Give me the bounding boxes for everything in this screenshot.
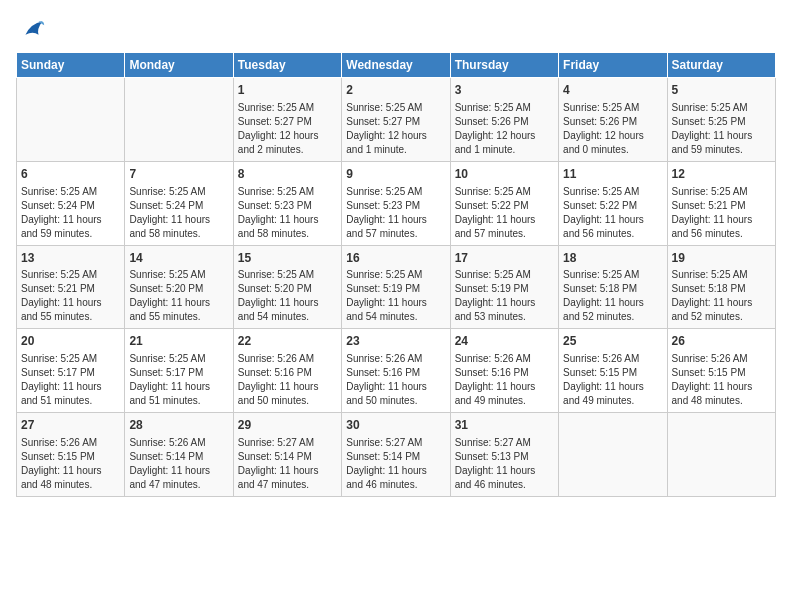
calendar-cell (17, 78, 125, 162)
calendar-cell: 28Sunrise: 5:26 AMSunset: 5:14 PMDayligh… (125, 413, 233, 497)
cell-info: Sunrise: 5:25 AMSunset: 5:20 PMDaylight:… (238, 268, 337, 324)
day-number: 22 (238, 333, 337, 350)
calendar-cell: 17Sunrise: 5:25 AMSunset: 5:19 PMDayligh… (450, 245, 558, 329)
cell-info: Sunrise: 5:25 AMSunset: 5:17 PMDaylight:… (129, 352, 228, 408)
header-row: SundayMondayTuesdayWednesdayThursdayFrid… (17, 53, 776, 78)
cell-info: Sunrise: 5:25 AMSunset: 5:23 PMDaylight:… (238, 185, 337, 241)
day-number: 7 (129, 166, 228, 183)
calendar-cell (559, 413, 667, 497)
day-number: 14 (129, 250, 228, 267)
calendar-cell: 27Sunrise: 5:26 AMSunset: 5:15 PMDayligh… (17, 413, 125, 497)
calendar-cell: 18Sunrise: 5:25 AMSunset: 5:18 PMDayligh… (559, 245, 667, 329)
day-number: 23 (346, 333, 445, 350)
cell-info: Sunrise: 5:25 AMSunset: 5:22 PMDaylight:… (455, 185, 554, 241)
calendar-cell: 2Sunrise: 5:25 AMSunset: 5:27 PMDaylight… (342, 78, 450, 162)
cell-info: Sunrise: 5:26 AMSunset: 5:14 PMDaylight:… (129, 436, 228, 492)
calendar-cell: 3Sunrise: 5:25 AMSunset: 5:26 PMDaylight… (450, 78, 558, 162)
day-number: 4 (563, 82, 662, 99)
day-number: 15 (238, 250, 337, 267)
cell-info: Sunrise: 5:25 AMSunset: 5:19 PMDaylight:… (455, 268, 554, 324)
day-number: 11 (563, 166, 662, 183)
calendar-cell: 16Sunrise: 5:25 AMSunset: 5:19 PMDayligh… (342, 245, 450, 329)
day-number: 29 (238, 417, 337, 434)
cell-info: Sunrise: 5:26 AMSunset: 5:16 PMDaylight:… (455, 352, 554, 408)
header-cell-friday: Friday (559, 53, 667, 78)
day-number: 28 (129, 417, 228, 434)
day-number: 2 (346, 82, 445, 99)
calendar-cell: 10Sunrise: 5:25 AMSunset: 5:22 PMDayligh… (450, 161, 558, 245)
cell-info: Sunrise: 5:25 AMSunset: 5:24 PMDaylight:… (129, 185, 228, 241)
calendar-table: SundayMondayTuesdayWednesdayThursdayFrid… (16, 52, 776, 497)
cell-info: Sunrise: 5:25 AMSunset: 5:18 PMDaylight:… (672, 268, 771, 324)
calendar-cell: 24Sunrise: 5:26 AMSunset: 5:16 PMDayligh… (450, 329, 558, 413)
day-number: 30 (346, 417, 445, 434)
day-number: 24 (455, 333, 554, 350)
day-number: 16 (346, 250, 445, 267)
day-number: 6 (21, 166, 120, 183)
cell-info: Sunrise: 5:25 AMSunset: 5:25 PMDaylight:… (672, 101, 771, 157)
calendar-cell: 5Sunrise: 5:25 AMSunset: 5:25 PMDaylight… (667, 78, 775, 162)
week-row-3: 13Sunrise: 5:25 AMSunset: 5:21 PMDayligh… (17, 245, 776, 329)
header-cell-monday: Monday (125, 53, 233, 78)
cell-info: Sunrise: 5:25 AMSunset: 5:26 PMDaylight:… (455, 101, 554, 157)
day-number: 21 (129, 333, 228, 350)
calendar-cell: 23Sunrise: 5:26 AMSunset: 5:16 PMDayligh… (342, 329, 450, 413)
calendar-cell: 20Sunrise: 5:25 AMSunset: 5:17 PMDayligh… (17, 329, 125, 413)
calendar-cell: 26Sunrise: 5:26 AMSunset: 5:15 PMDayligh… (667, 329, 775, 413)
day-number: 27 (21, 417, 120, 434)
calendar-cell: 1Sunrise: 5:25 AMSunset: 5:27 PMDaylight… (233, 78, 341, 162)
day-number: 19 (672, 250, 771, 267)
calendar-cell: 15Sunrise: 5:25 AMSunset: 5:20 PMDayligh… (233, 245, 341, 329)
week-row-4: 20Sunrise: 5:25 AMSunset: 5:17 PMDayligh… (17, 329, 776, 413)
cell-info: Sunrise: 5:25 AMSunset: 5:17 PMDaylight:… (21, 352, 120, 408)
cell-info: Sunrise: 5:26 AMSunset: 5:15 PMDaylight:… (563, 352, 662, 408)
header-cell-tuesday: Tuesday (233, 53, 341, 78)
calendar-cell: 9Sunrise: 5:25 AMSunset: 5:23 PMDaylight… (342, 161, 450, 245)
day-number: 12 (672, 166, 771, 183)
cell-info: Sunrise: 5:25 AMSunset: 5:19 PMDaylight:… (346, 268, 445, 324)
cell-info: Sunrise: 5:25 AMSunset: 5:24 PMDaylight:… (21, 185, 120, 241)
logo (16, 16, 46, 44)
day-number: 26 (672, 333, 771, 350)
cell-info: Sunrise: 5:26 AMSunset: 5:16 PMDaylight:… (238, 352, 337, 408)
calendar-cell: 4Sunrise: 5:25 AMSunset: 5:26 PMDaylight… (559, 78, 667, 162)
day-number: 3 (455, 82, 554, 99)
header-cell-thursday: Thursday (450, 53, 558, 78)
cell-info: Sunrise: 5:25 AMSunset: 5:22 PMDaylight:… (563, 185, 662, 241)
cell-info: Sunrise: 5:26 AMSunset: 5:15 PMDaylight:… (672, 352, 771, 408)
cell-info: Sunrise: 5:25 AMSunset: 5:27 PMDaylight:… (238, 101, 337, 157)
header-cell-saturday: Saturday (667, 53, 775, 78)
day-number: 31 (455, 417, 554, 434)
calendar-cell: 25Sunrise: 5:26 AMSunset: 5:15 PMDayligh… (559, 329, 667, 413)
calendar-cell: 30Sunrise: 5:27 AMSunset: 5:14 PMDayligh… (342, 413, 450, 497)
cell-info: Sunrise: 5:25 AMSunset: 5:27 PMDaylight:… (346, 101, 445, 157)
calendar-cell: 11Sunrise: 5:25 AMSunset: 5:22 PMDayligh… (559, 161, 667, 245)
day-number: 1 (238, 82, 337, 99)
calendar-cell: 8Sunrise: 5:25 AMSunset: 5:23 PMDaylight… (233, 161, 341, 245)
day-number: 25 (563, 333, 662, 350)
day-number: 5 (672, 82, 771, 99)
cell-info: Sunrise: 5:25 AMSunset: 5:23 PMDaylight:… (346, 185, 445, 241)
calendar-cell: 13Sunrise: 5:25 AMSunset: 5:21 PMDayligh… (17, 245, 125, 329)
cell-info: Sunrise: 5:27 AMSunset: 5:14 PMDaylight:… (238, 436, 337, 492)
cell-info: Sunrise: 5:26 AMSunset: 5:15 PMDaylight:… (21, 436, 120, 492)
cell-info: Sunrise: 5:27 AMSunset: 5:13 PMDaylight:… (455, 436, 554, 492)
day-number: 10 (455, 166, 554, 183)
cell-info: Sunrise: 5:25 AMSunset: 5:26 PMDaylight:… (563, 101, 662, 157)
day-number: 17 (455, 250, 554, 267)
calendar-cell: 31Sunrise: 5:27 AMSunset: 5:13 PMDayligh… (450, 413, 558, 497)
cell-info: Sunrise: 5:25 AMSunset: 5:20 PMDaylight:… (129, 268, 228, 324)
day-number: 18 (563, 250, 662, 267)
day-number: 13 (21, 250, 120, 267)
calendar-cell: 7Sunrise: 5:25 AMSunset: 5:24 PMDaylight… (125, 161, 233, 245)
cell-info: Sunrise: 5:25 AMSunset: 5:21 PMDaylight:… (21, 268, 120, 324)
day-number: 20 (21, 333, 120, 350)
cell-info: Sunrise: 5:27 AMSunset: 5:14 PMDaylight:… (346, 436, 445, 492)
calendar-cell: 12Sunrise: 5:25 AMSunset: 5:21 PMDayligh… (667, 161, 775, 245)
week-row-1: 1Sunrise: 5:25 AMSunset: 5:27 PMDaylight… (17, 78, 776, 162)
day-number: 9 (346, 166, 445, 183)
cell-info: Sunrise: 5:26 AMSunset: 5:16 PMDaylight:… (346, 352, 445, 408)
calendar-cell: 6Sunrise: 5:25 AMSunset: 5:24 PMDaylight… (17, 161, 125, 245)
calendar-cell: 22Sunrise: 5:26 AMSunset: 5:16 PMDayligh… (233, 329, 341, 413)
page-header (16, 16, 776, 44)
